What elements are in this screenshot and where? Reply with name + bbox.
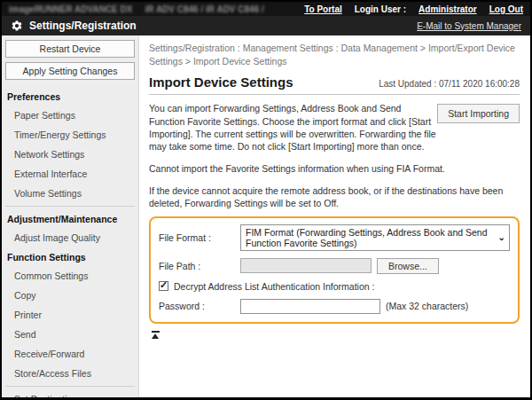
- email-to-system-manager-link[interactable]: E-Mail to System Manager: [417, 21, 521, 31]
- file-format-row: File Format : FIM Format (Forwarding Set…: [159, 224, 510, 251]
- gear-icon: [11, 20, 23, 32]
- device-name-blurred: imageRUNNER ADVANCE DX: [9, 4, 132, 14]
- file-path-row: File Path : Browse...: [159, 258, 510, 274]
- scroll-top-bar: [152, 331, 160, 333]
- device-model-blurred: iR ADV C846 / iR ADV C846 /: [145, 4, 263, 14]
- sidebar-item-store-access-files[interactable]: Store/Access Files: [5, 364, 135, 383]
- sidebar-item-common-settings[interactable]: Common Settings: [5, 266, 135, 286]
- page-title: Import Device Settings: [149, 75, 293, 90]
- password-row: Password : (Max 32 characters): [159, 299, 510, 314]
- app-header-bar: Settings/Registration E-Mail to System M…: [2, 16, 530, 35]
- decrypt-checkbox-label: Decrypt Address List Authentication Info…: [174, 281, 374, 292]
- file-path-input[interactable]: [240, 258, 372, 273]
- app-title: Settings/Registration: [29, 20, 137, 32]
- start-importing-button[interactable]: Start Importing: [437, 104, 520, 123]
- breadcrumb[interactable]: Settings/Registration : Management Setti…: [149, 42, 520, 68]
- main-content: Settings/Registration : Management Setti…: [139, 35, 530, 397]
- restart-device-button[interactable]: Restart Device: [5, 40, 135, 58]
- sidebar-section-header: Preferences: [5, 87, 135, 106]
- title-row: Import Device Settings Last Updated : 07…: [149, 75, 520, 95]
- scroll-top-triangle: [152, 333, 159, 339]
- sidebar-section-header: Adjustment/Maintenance: [5, 209, 135, 228]
- log-out-link[interactable]: Log Out: [489, 4, 523, 14]
- login-user-name-link[interactable]: Administrator: [419, 4, 477, 14]
- login-user-label: Login User :: [355, 4, 406, 14]
- intro-paragraph-1: You can import Forwarding Settings, Addr…: [149, 102, 437, 153]
- remote-ui-window: imageRUNNER ADVANCE DX iR ADV C846 / iR …: [0, 0, 532, 400]
- intro-row: You can import Forwarding Settings, Addr…: [149, 102, 520, 153]
- sidebar-section-header: Function Settings: [5, 247, 135, 266]
- sidebar-item-external-interface[interactable]: External Interface: [5, 164, 135, 184]
- apply-setting-changes-button[interactable]: Apply Setting Changes: [5, 62, 135, 80]
- password-hint: (Max 32 characters): [386, 301, 468, 311]
- sidebar-item-copy[interactable]: Copy: [5, 286, 135, 305]
- sidebar-nav-list: PreferencesPaper SettingsTimer/Energy Se…: [5, 87, 135, 397]
- sidebar-item-set-destination[interactable]: Set Destination: [5, 389, 135, 397]
- file-path-label: File Path :: [159, 261, 240, 271]
- password-input[interactable]: [240, 299, 380, 314]
- sidebar-item-receive-forward[interactable]: Receive/Forward: [5, 344, 135, 364]
- sidebar-item-volume-settings[interactable]: Volume Settings: [5, 184, 135, 203]
- decrypt-checkbox-row: Decrypt Address List Authentication Info…: [159, 281, 510, 292]
- sidebar-divider: [5, 386, 135, 387]
- file-format-selected-value: FIM Format (Forwarding Settings, Address…: [246, 227, 495, 248]
- to-portal-link[interactable]: To Portal: [304, 4, 342, 14]
- sidebar-item-printer[interactable]: Printer: [5, 305, 135, 325]
- sidebar-item-network-settings[interactable]: Network Settings: [5, 145, 135, 164]
- password-label: Password :: [159, 301, 240, 311]
- scroll-to-top-icon[interactable]: [152, 331, 160, 339]
- file-format-label: File Format :: [159, 232, 240, 243]
- browse-button[interactable]: Browse...: [377, 258, 439, 274]
- last-updated-text: Last Updated : 07/11 2020 16:00:28: [379, 79, 520, 90]
- sidebar-item-adjust-image-quality[interactable]: Adjust Image Quality: [5, 228, 135, 247]
- sidebar-divider: [5, 206, 135, 207]
- settings-sidebar: Restart Device Apply Setting Changes Pre…: [2, 35, 139, 397]
- decrypt-address-list-checkbox[interactable]: [159, 281, 168, 291]
- intro-paragraph-3: If the device cannot acquire the remote …: [149, 184, 520, 209]
- chevron-down-icon: ⌄: [498, 232, 505, 242]
- sidebar-item-timer-energy-settings[interactable]: Timer/Energy Settings: [5, 125, 135, 145]
- intro-paragraph-2: Cannot import the Favorite Settings info…: [149, 162, 520, 175]
- import-settings-form: File Format : FIM Format (Forwarding Set…: [149, 216, 520, 324]
- file-format-select[interactable]: FIM Format (Forwarding Settings, Address…: [240, 224, 510, 251]
- sidebar-item-send[interactable]: Send: [5, 325, 135, 344]
- sidebar-item-paper-settings[interactable]: Paper Settings: [5, 106, 135, 125]
- system-bar: imageRUNNER ADVANCE DX iR ADV C846 / iR …: [2, 2, 530, 16]
